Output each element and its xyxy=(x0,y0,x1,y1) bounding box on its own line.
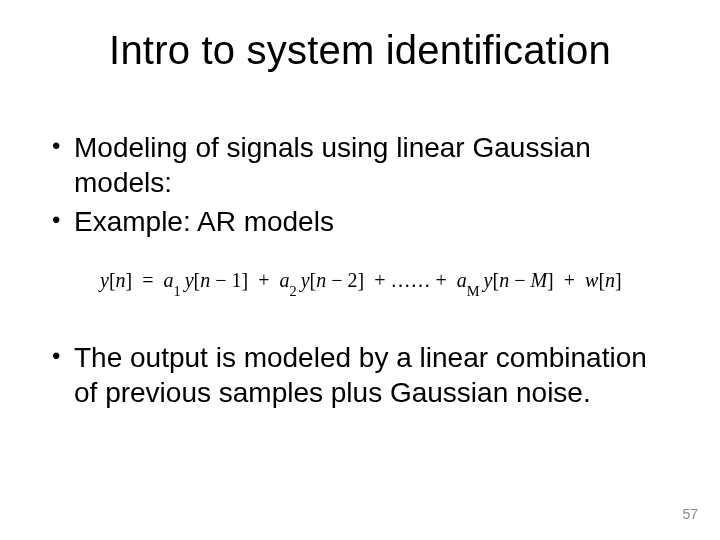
eq-lhs-var: y xyxy=(100,269,109,291)
eq-lag: M xyxy=(530,269,547,291)
bullet-list-top: Modeling of signals using linear Gaussia… xyxy=(48,130,672,239)
eq-arg: n xyxy=(316,269,326,291)
eq-lhs-idx: n xyxy=(116,269,126,291)
list-item: Modeling of signals using linear Gaussia… xyxy=(48,130,672,200)
slide-body: Modeling of signals using linear Gaussia… xyxy=(48,130,672,414)
ar-model-equation: y[n] = a1 y[n − 1] + a2 y[n − 2] + …… + … xyxy=(48,269,672,296)
eq-lag: 1 xyxy=(232,269,242,291)
eq-lag: 2 xyxy=(348,269,358,291)
page-number: 57 xyxy=(682,506,698,522)
eq-coef: a xyxy=(280,269,290,291)
eq-yvar: y xyxy=(185,269,194,291)
eq-yvar: y xyxy=(301,269,310,291)
eq-noise-idx: n xyxy=(605,269,615,291)
eq-sub: 1 xyxy=(174,283,181,299)
eq-sub: M xyxy=(467,283,480,299)
page-title: Intro to system identification xyxy=(0,28,720,73)
eq-noise-var: w xyxy=(585,269,598,291)
eq-ellipsis: …… xyxy=(391,269,431,291)
eq-arg: n xyxy=(499,269,509,291)
list-item: The output is modeled by a linear combin… xyxy=(48,340,672,410)
eq-sub: 2 xyxy=(290,283,297,299)
eq-arg: n xyxy=(200,269,210,291)
eq-coef: a xyxy=(457,269,467,291)
bullet-list-bottom: The output is modeled by a linear combin… xyxy=(48,340,672,410)
slide: Intro to system identification Modeling … xyxy=(0,0,720,540)
list-item: Example: AR models xyxy=(48,204,672,239)
eq-coef: a xyxy=(164,269,174,291)
